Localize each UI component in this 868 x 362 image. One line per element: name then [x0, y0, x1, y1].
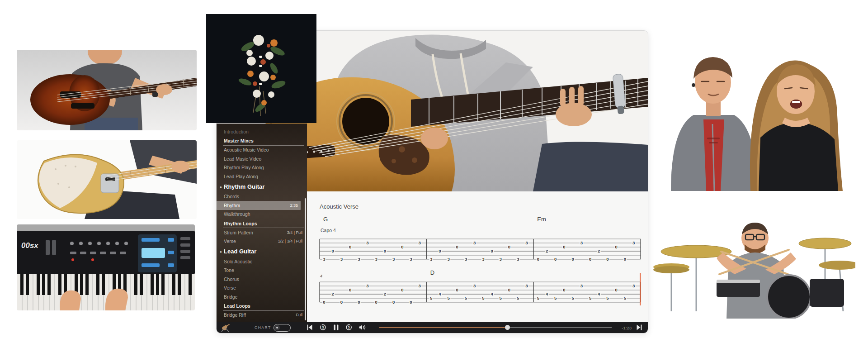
- sidebar-item-rhythm-play-along[interactable]: Rhythm Play Along: [217, 163, 307, 172]
- tab-fret-number: 5: [571, 295, 574, 300]
- pause-button[interactable]: [334, 322, 339, 333]
- floor-tom: [810, 279, 844, 307]
- sidebar-item-label: Chords: [224, 194, 302, 199]
- sidebar-item-lead-play-along[interactable]: Lead Play Along: [217, 172, 307, 181]
- volume-icon: [359, 324, 366, 330]
- tab-fret-number: 3: [632, 283, 635, 288]
- ride-cymbal: [819, 261, 855, 270]
- sidebar-item-lead-guitar-header[interactable]: ●Lead Guitar: [217, 246, 307, 257]
- tab-fret-number: 0: [439, 248, 441, 253]
- sidebar-item-rhythm[interactable]: Rhythm2:35: [217, 201, 301, 210]
- playhead-cursor: [640, 273, 641, 305]
- tab-fret-number: 5: [447, 295, 450, 300]
- drummer-illustration: [653, 216, 855, 319]
- sidebar-item-label: Rhythm Play Along: [224, 165, 302, 170]
- svg-text:5: 5: [348, 326, 350, 329]
- skip-to-end-button[interactable]: [636, 322, 642, 333]
- volume-button[interactable]: [359, 322, 366, 333]
- tab-fret-number: 0: [358, 300, 360, 305]
- sidebar-item-meta: 2:35: [290, 203, 298, 208]
- tab-fret-number: 0: [401, 244, 403, 249]
- sidebar-item-tone[interactable]: Tone: [217, 266, 307, 275]
- male-singer: [671, 57, 758, 191]
- sidebar-item-solo-acoustic[interactable]: Solo Acoustic: [217, 257, 307, 266]
- skip-to-start-button[interactable]: [307, 322, 313, 333]
- tab-fret-number: 2: [332, 291, 334, 296]
- tab-fret-number: 5: [517, 295, 519, 300]
- tab-fret-number: 0: [508, 287, 510, 292]
- panel-led: [71, 258, 74, 261]
- bass-video-illustration: [17, 50, 197, 130]
- tab-fret-number: 0: [491, 248, 493, 253]
- sidebar-item-label: Lead Play Along: [224, 174, 302, 179]
- progress-knob[interactable]: [505, 325, 510, 330]
- vocals-video-cutout[interactable]: [662, 47, 853, 191]
- sidebar-item-introduction[interactable]: Introduction: [217, 127, 307, 136]
- sidebar-item-meta: 1/2 | 3/4 | Full: [278, 239, 302, 243]
- time-remaining: -1:23: [622, 325, 632, 330]
- measure-number-label: 4: [320, 274, 322, 278]
- sidebar-item-label: Introduction: [224, 129, 302, 134]
- sidebar-item-label: Lead Guitar: [224, 248, 302, 255]
- tab-fret-number: 3: [525, 240, 528, 245]
- sidebar-item-rhythm-loops-header[interactable]: Rhythm Loops: [217, 219, 307, 228]
- tab-fret-number: 3: [366, 240, 368, 245]
- tab-fret-number: 0: [332, 248, 334, 253]
- chart-toggle[interactable]: [274, 324, 291, 332]
- guitarist-leg: [533, 142, 648, 191]
- sidebar-item-lead-music-video[interactable]: Lead Music Video: [217, 154, 307, 163]
- tab-fret-number: 0: [323, 300, 325, 305]
- sidebar-item-master-mixes-header[interactable]: Master Mixes: [217, 136, 307, 146]
- sidebar-item-verse[interactable]: Verse: [217, 284, 307, 293]
- sidebar-item-label: Rhythm Guitar: [224, 183, 302, 190]
- tab-fret-number: 5: [500, 295, 502, 300]
- strumming-hand: [421, 128, 448, 149]
- sidebar-item-rhythm-guitar-header[interactable]: ●Rhythm Guitar: [217, 181, 307, 192]
- sidebar-item-chords[interactable]: Chords: [217, 192, 307, 201]
- keys-video-thumbnail[interactable]: 00sx: [17, 224, 195, 310]
- tab-fret-number: 5: [465, 295, 467, 300]
- tab-system-2: D4020003020003545053545053545053545053: [319, 259, 643, 308]
- sidebar-item-meta: 3/4 | Full: [287, 230, 302, 235]
- tab-fret-number: 0: [615, 287, 617, 292]
- guitar-stand-icon: [220, 323, 230, 332]
- album-art-illustration: [206, 14, 316, 123]
- sidebar-item-bridge[interactable]: Bridge: [217, 292, 307, 301]
- sidebar-item-strum-pattern[interactable]: Strum Pattern3/4 | Full: [217, 228, 307, 237]
- forward-5-button[interactable]: 5: [345, 322, 352, 333]
- tab-fret-number: 0: [508, 244, 510, 249]
- sidebar-item-walkthrough[interactable]: Walkthrough: [217, 210, 307, 219]
- sidebar-item-chorus[interactable]: Chorus: [217, 275, 307, 284]
- tab-fret-number: 5: [430, 295, 433, 300]
- keys-video-illustration: 00sx: [17, 224, 195, 310]
- bass-video-thumbnail[interactable]: [17, 50, 197, 130]
- tab-fret-number: 4: [491, 291, 493, 296]
- tab-fret-number: 2: [384, 291, 386, 296]
- tab-fret-number: 3: [366, 283, 368, 288]
- sidebar-item-bridge-riff[interactable]: Bridge RiffFull: [217, 311, 307, 320]
- sidebar-item-label: Master Mixes: [224, 138, 302, 143]
- drums-video-cutout[interactable]: [653, 216, 855, 319]
- electric-guitar-video-thumbnail[interactable]: [17, 140, 197, 219]
- progress-track[interactable]: [379, 327, 612, 328]
- toggle-knob: [274, 325, 280, 330]
- tab-fret-number: 3: [419, 283, 421, 288]
- sidebar-item-verse[interactable]: Verse1/2 | 3/4 | Full: [217, 237, 307, 246]
- tab-fret-number: 3: [419, 240, 421, 245]
- tab-fret-number: 3: [473, 240, 476, 245]
- sidebar-scrollbar[interactable]: [305, 198, 306, 320]
- keys-touchscreen: [138, 234, 177, 272]
- sidebar-item-lead-loops-header[interactable]: Lead Loops: [217, 301, 307, 311]
- sidebar-item-label: Rhythm Loops: [224, 221, 302, 226]
- section-bullet-icon: ●: [220, 185, 222, 189]
- sidebar-item-acoustic-music-video[interactable]: Acoustic Music Video: [217, 146, 307, 155]
- tab-fret-number: 0: [349, 244, 351, 249]
- sidebar-item-label: Walkthrough: [224, 211, 302, 217]
- album-art: [206, 14, 316, 123]
- rewind-5-button[interactable]: 5: [320, 322, 326, 333]
- tab-fret-number: 2: [546, 248, 548, 253]
- instrument-button[interactable]: [220, 322, 230, 333]
- tab-fret-number: 0: [340, 300, 343, 305]
- keys-brand-text: 00sx: [21, 241, 39, 250]
- singers-illustration: [662, 47, 853, 191]
